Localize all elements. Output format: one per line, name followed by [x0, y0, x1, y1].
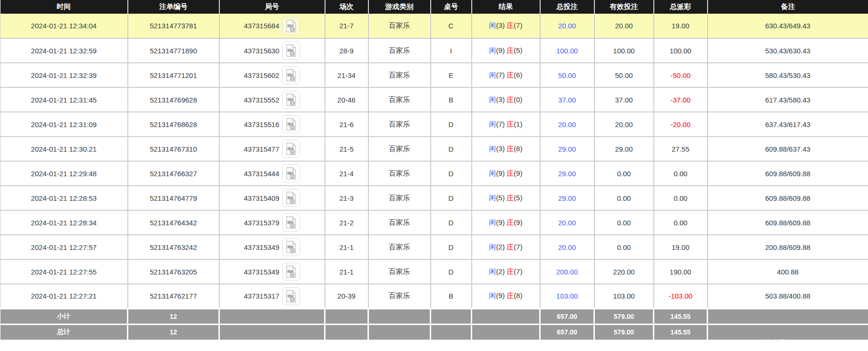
cell-total-bet[interactable]: 20.00 — [540, 235, 594, 259]
video-replay-button[interactable] — [282, 263, 300, 281]
round-wrap: 437315444 — [220, 164, 325, 182]
round-no-text: 437315552 — [244, 96, 279, 104]
cell-total-payout: 19.00 — [654, 235, 708, 259]
round-no-text: 437315684 — [244, 22, 279, 30]
summary-empty-session — [325, 308, 368, 324]
video-replay-button[interactable] — [282, 214, 300, 231]
summary-label: 小计 — [0, 308, 128, 324]
result-player-points: (9) — [496, 218, 505, 226]
cell-valid-bet: 20.00 — [594, 112, 654, 137]
cell-total-bet[interactable]: 20.00 — [540, 112, 594, 137]
result-banker-label: 庄 — [507, 120, 514, 128]
summary-empty-result — [472, 308, 540, 324]
cell-table-no: D — [431, 210, 472, 235]
cell-bet-no: 521314763205 — [128, 259, 219, 284]
video-record-icon — [285, 216, 297, 229]
result-banker-label: 庄 — [507, 71, 514, 79]
cell-round-no: 437315552 — [219, 87, 325, 112]
cell-total-payout: -50.00 — [654, 63, 708, 87]
video-replay-button[interactable] — [282, 164, 300, 182]
cell-time: 2024-01-21 12:32:39 — [0, 63, 128, 87]
cell-round-no: 437315409 — [219, 186, 325, 210]
cell-time: 2024-01-21 12:32:59 — [0, 38, 128, 63]
table-row: 2024-01-21 12:32:59521314771890437315630… — [0, 38, 868, 63]
cell-valid-bet: 220.00 — [594, 259, 654, 284]
cell-total-bet[interactable]: 103.00 — [540, 284, 594, 308]
cell-table-no: D — [431, 112, 472, 137]
summary-empty-remark — [708, 308, 868, 324]
result-banker-label: 庄 — [507, 145, 514, 153]
cell-table-no: D — [431, 186, 472, 210]
cell-valid-bet: 0.00 — [594, 186, 654, 210]
cell-game-type: 百家乐 — [368, 210, 431, 235]
video-replay-button[interactable] — [282, 115, 300, 133]
cell-bet-no: 521314768628 — [128, 112, 219, 137]
video-replay-button[interactable] — [282, 66, 300, 84]
result-player-points: (7) — [496, 71, 505, 79]
cell-remark: 400.88 — [708, 259, 868, 284]
cell-round-no: 437315444 — [219, 161, 325, 186]
cell-total-bet[interactable]: 37.00 — [540, 87, 594, 112]
cell-round-no: 437315349 — [219, 259, 325, 284]
cell-session: 20-39 — [325, 284, 368, 308]
result-banker-points: (1) — [514, 120, 522, 128]
table-footer: 小计12657.00579.00145.55总计12657.00579.0014… — [0, 308, 868, 340]
cell-time: 2024-01-21 12:28:34 — [0, 210, 128, 235]
video-replay-button[interactable] — [282, 91, 300, 109]
cell-time: 2024-01-21 12:27:57 — [0, 235, 128, 259]
cell-total-bet[interactable]: 29.00 — [540, 161, 594, 186]
col-header-session: 场次 — [325, 0, 368, 14]
result-player-points: (3) — [496, 21, 505, 29]
cell-bet-no: 521314771201 — [128, 63, 219, 87]
table-row: 2024-01-21 12:30:21521314767310437315477… — [0, 137, 868, 161]
cell-total-payout: -37.00 — [654, 87, 708, 112]
cell-total-bet[interactable]: 20.00 — [540, 14, 594, 38]
cell-bet-no: 521314763242 — [128, 235, 219, 259]
summary-total-payout: 145.55 — [654, 324, 708, 340]
cell-total-payout: 19.00 — [654, 14, 708, 38]
video-replay-button[interactable] — [282, 140, 300, 158]
cell-result: 闲(3) 庄(0) — [472, 87, 540, 112]
cell-table-no: B — [431, 87, 472, 112]
cell-game-type: 百家乐 — [368, 186, 431, 210]
result-player-points: (7) — [496, 120, 505, 128]
cell-round-no: 437315317 — [219, 284, 325, 308]
cell-table-no: B — [431, 284, 472, 308]
video-record-icon — [285, 19, 297, 33]
cell-total-bet[interactable]: 29.00 — [540, 186, 594, 210]
table-row: 2024-01-21 12:32:39521314771201437315602… — [0, 63, 868, 87]
cell-valid-bet: 0.00 — [594, 235, 654, 259]
cell-total-payout: 0.00 — [654, 161, 708, 186]
cell-table-no: D — [431, 259, 472, 284]
table-row: 2024-01-21 12:29:48521314766327437315444… — [0, 161, 868, 186]
video-replay-button[interactable] — [282, 287, 300, 305]
cell-bet-no: 521314762177 — [128, 284, 219, 308]
cell-total-bet[interactable]: 20.00 — [540, 210, 594, 235]
table-body: 2024-01-21 12:34:04521314773781437315684… — [0, 14, 868, 308]
col-header-total_bet: 总投注 — [540, 0, 594, 14]
video-replay-button[interactable] — [282, 42, 300, 60]
summary-total-bet: 657.00 — [540, 324, 594, 340]
video-record-icon — [285, 290, 297, 303]
video-record-icon — [285, 68, 297, 82]
cell-valid-bet: 20.00 — [594, 14, 654, 38]
cell-session: 21-7 — [325, 14, 368, 38]
col-header-game_type: 游戏类别 — [368, 0, 431, 14]
cell-bet-no: 521314764779 — [128, 186, 219, 210]
col-header-remark: 备注 — [708, 0, 868, 14]
video-replay-button[interactable] — [282, 189, 300, 207]
video-replay-button[interactable] — [282, 238, 300, 256]
cell-time: 2024-01-21 12:27:21 — [0, 284, 128, 308]
cell-valid-bet: 50.00 — [594, 63, 654, 87]
summary-empty-round-no — [219, 308, 325, 324]
summary-empty-game-type — [368, 324, 431, 340]
cell-total-bet[interactable]: 100.00 — [540, 38, 594, 63]
video-replay-button[interactable] — [282, 17, 300, 35]
summary-total-payout: 145.55 — [654, 308, 708, 324]
cell-total-bet[interactable]: 50.00 — [540, 63, 594, 87]
cell-total-bet[interactable]: 29.00 — [540, 137, 594, 161]
cell-time: 2024-01-21 12:27:55 — [0, 259, 128, 284]
cell-result: 闲(3) 庄(8) — [472, 137, 540, 161]
col-header-result: 结果 — [472, 0, 540, 14]
cell-total-bet[interactable]: 200.00 — [540, 259, 594, 284]
